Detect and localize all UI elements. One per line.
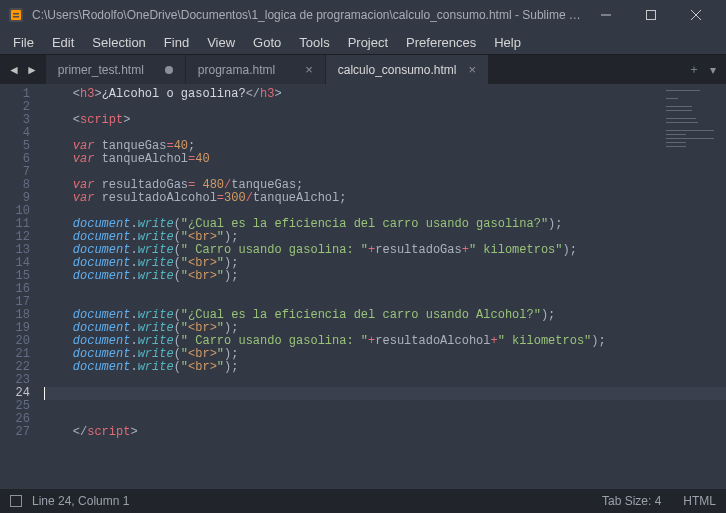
code-line[interactable]: var tanqueAlchol=40 bbox=[44, 153, 726, 166]
code-line[interactable] bbox=[44, 374, 726, 387]
status-syntax[interactable]: HTML bbox=[683, 494, 716, 508]
code-area[interactable]: <h3>¿Alcohol o gasolina?</h3> <script> v… bbox=[38, 84, 726, 489]
tab-label: programa.html bbox=[198, 63, 275, 77]
code-line[interactable] bbox=[44, 101, 726, 114]
minimize-button[interactable] bbox=[583, 0, 628, 30]
menubar: FileEditSelectionFindViewGotoToolsProjec… bbox=[0, 30, 726, 54]
svg-rect-3 bbox=[13, 16, 19, 18]
code-line[interactable]: <h3>¿Alcohol o gasolina?</h3> bbox=[44, 88, 726, 101]
menu-help[interactable]: Help bbox=[485, 33, 530, 52]
menu-preferences[interactable]: Preferences bbox=[397, 33, 485, 52]
maximize-button[interactable] bbox=[628, 0, 673, 30]
code-line[interactable]: <script> bbox=[44, 114, 726, 127]
tab-row: ◄ ► primer_test.htmlprograma.html×calcul… bbox=[0, 54, 726, 84]
gutter: 1234567891011121314151617181920212223242… bbox=[0, 84, 38, 489]
titlebar: C:\Users\Rodolfo\OneDrive\Documentos\1_l… bbox=[0, 0, 726, 30]
status-cursor[interactable]: Line 24, Column 1 bbox=[32, 494, 129, 508]
code-line[interactable]: document.write("<br>"); bbox=[44, 361, 726, 374]
code-line[interactable]: var resultadoAlcohol=300/tanqueAlchol; bbox=[44, 192, 726, 205]
tab-close-icon[interactable]: × bbox=[305, 62, 313, 77]
menu-edit[interactable]: Edit bbox=[43, 33, 83, 52]
menu-tools[interactable]: Tools bbox=[290, 33, 338, 52]
svg-rect-2 bbox=[13, 13, 19, 15]
code-line[interactable] bbox=[44, 387, 726, 400]
status-tabsize[interactable]: Tab Size: 4 bbox=[602, 494, 661, 508]
nav-forward-icon[interactable]: ► bbox=[26, 63, 38, 77]
dirty-dot-icon bbox=[165, 66, 173, 74]
tab-programa-html[interactable]: programa.html× bbox=[186, 55, 326, 84]
minimap[interactable] bbox=[662, 88, 722, 168]
code-line[interactable] bbox=[44, 283, 726, 296]
tab-label: primer_test.html bbox=[58, 63, 144, 77]
menu-selection[interactable]: Selection bbox=[83, 33, 154, 52]
menu-project[interactable]: Project bbox=[339, 33, 397, 52]
code-line[interactable] bbox=[44, 413, 726, 426]
menu-find[interactable]: Find bbox=[155, 33, 198, 52]
line-number[interactable]: 27 bbox=[0, 426, 30, 439]
panel-toggle-icon[interactable] bbox=[10, 495, 22, 507]
code-line[interactable] bbox=[44, 400, 726, 413]
caret bbox=[44, 387, 45, 400]
code-line[interactable]: </script> bbox=[44, 426, 726, 439]
tab-close-icon[interactable]: × bbox=[469, 62, 477, 77]
new-tab-icon[interactable]: ＋ bbox=[688, 61, 700, 78]
menu-file[interactable]: File bbox=[4, 33, 43, 52]
nav-back-icon[interactable]: ◄ bbox=[8, 63, 20, 77]
close-button[interactable] bbox=[673, 0, 718, 30]
statusbar: Line 24, Column 1 Tab Size: 4 HTML bbox=[0, 489, 726, 513]
tab-calculo_consumo-html[interactable]: calculo_consumo.html× bbox=[326, 55, 489, 84]
editor[interactable]: 1234567891011121314151617181920212223242… bbox=[0, 84, 726, 489]
code-line[interactable]: document.write("<br>"); bbox=[44, 270, 726, 283]
menu-goto[interactable]: Goto bbox=[244, 33, 290, 52]
svg-rect-1 bbox=[11, 10, 21, 20]
tab-primer_test-html[interactable]: primer_test.html bbox=[46, 55, 186, 84]
window-title: C:\Users\Rodolfo\OneDrive\Documentos\1_l… bbox=[32, 8, 583, 22]
tab-label: calculo_consumo.html bbox=[338, 63, 457, 77]
app-icon bbox=[8, 7, 24, 23]
menu-view[interactable]: View bbox=[198, 33, 244, 52]
svg-rect-5 bbox=[646, 11, 655, 20]
tab-menu-icon[interactable]: ▾ bbox=[710, 63, 716, 77]
